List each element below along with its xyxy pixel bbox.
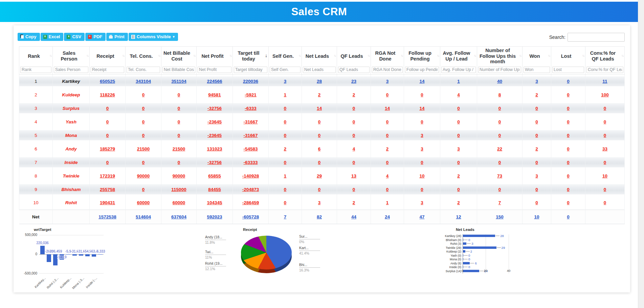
sort-icon[interactable]: ↑↓ — [368, 54, 370, 58]
cell-link[interactable]: 0 — [284, 133, 287, 138]
cell-link[interactable]: -63333 — [243, 160, 258, 165]
cell-link[interactable]: -204873 — [242, 187, 259, 192]
cell-link[interactable]: 1 — [284, 173, 287, 179]
filter-input-net-profit[interactable] — [198, 67, 231, 73]
cell-link[interactable]: 4 — [457, 92, 460, 97]
cell-link[interactable]: 90000 — [137, 173, 150, 179]
footer-link[interactable]: 12 — [456, 214, 461, 219]
cell-link[interactable]: -286459 — [242, 200, 259, 205]
cell-link[interactable]: 60000 — [173, 200, 185, 205]
cell-link[interactable]: 0 — [318, 119, 321, 124]
print-button[interactable]: Print — [106, 33, 128, 41]
cell-link[interactable]: 3 — [457, 146, 460, 151]
scrollbar[interactable] — [638, 0, 644, 308]
cell-link[interactable]: 4 — [353, 146, 355, 151]
filter-input-tel-cons[interactable] — [127, 67, 160, 73]
cell-link[interactable]: 0 — [421, 187, 423, 192]
cell-link[interactable]: 0 — [567, 92, 570, 97]
cell-link[interactable]: 650525 — [100, 79, 115, 84]
footer-link[interactable]: 637604 — [171, 214, 186, 219]
cell-link[interactable]: 0 — [567, 79, 570, 84]
cell-link[interactable]: 0 — [604, 187, 606, 192]
cell-link[interactable]: 1 — [386, 200, 389, 205]
cell-link[interactable]: 0 — [421, 119, 423, 124]
cell-link[interactable]: 0 — [353, 160, 355, 165]
cell-link[interactable]: 14 — [419, 106, 424, 111]
cell-link[interactable]: 172319 — [100, 173, 115, 179]
cell-link[interactable]: 0 — [142, 106, 145, 111]
footer-link[interactable]: 10 — [534, 214, 539, 219]
cell-link[interactable]: 2 — [535, 146, 538, 151]
cell-link[interactable]: 0 — [106, 133, 109, 138]
cell-link[interactable]: -31667 — [243, 119, 258, 124]
cell-link[interactable]: 94581 — [208, 92, 221, 97]
cell-link[interactable]: 2 — [284, 146, 287, 151]
footer-link[interactable]: 47 — [419, 214, 424, 219]
cell-link[interactable]: 0 — [567, 119, 570, 124]
cell-link[interactable]: 60000 — [137, 200, 150, 205]
cell-link[interactable]: 2 — [457, 200, 460, 205]
sort-icon[interactable]: ↑↓ — [401, 54, 403, 58]
sort-icon[interactable]: ↑↓ — [582, 54, 584, 58]
sort-icon[interactable]: ↑↓ — [298, 54, 301, 58]
sort-icon[interactable]: ↑↓ — [621, 54, 623, 58]
filter-input-number-of-follow-ups-this-month[interactable] — [478, 67, 521, 73]
cell-link[interactable]: 0 — [178, 106, 180, 111]
cell-link[interactable]: 0 — [604, 119, 606, 124]
column-header-avg-follow-up-lead[interactable]: Avg. Follow Up / Lead↑↓ — [440, 47, 477, 66]
cell-link[interactable]: 3 — [535, 173, 538, 179]
cell-link[interactable]: 0 — [604, 106, 606, 111]
cell-link[interactable]: 0 — [318, 187, 321, 192]
column-header-target-till-today[interactable]: Target till today↓ — [233, 47, 269, 66]
cell-link[interactable]: 0 — [106, 106, 109, 111]
column-header-net-leads[interactable]: Net Leads↑↓ — [302, 47, 337, 66]
cell-link[interactable]: -54583 — [243, 146, 258, 151]
column-header-rga-not-done[interactable]: RGA Not Done↑↓ — [371, 47, 404, 66]
cell-link[interactable]: -31667 — [243, 133, 258, 138]
cell-link[interactable]: 0 — [386, 133, 389, 138]
filter-input-conv-for-qf-leads[interactable] — [586, 67, 623, 73]
cell-link[interactable]: 0 — [498, 160, 501, 165]
cell-link[interactable]: 0 — [567, 146, 570, 151]
cell-link[interactable]: 0 — [106, 119, 109, 124]
cell-link[interactable]: -23645 — [207, 133, 222, 138]
cell-link[interactable]: 115000 — [171, 187, 186, 192]
cell-link[interactable]: -6333 — [245, 106, 257, 111]
cell-link[interactable]: 0 — [535, 200, 538, 205]
cell-link[interactable]: 0 — [567, 200, 570, 205]
cell-link[interactable]: 0 — [386, 92, 389, 97]
cell-link[interactable]: 14 — [317, 106, 322, 111]
cell-link[interactable]: 343104 — [136, 79, 151, 84]
cell-link[interactable]: 0 — [353, 119, 355, 124]
cell-link[interactable]: 0 — [498, 187, 501, 192]
column-header-qf-leads[interactable]: QF Leads↑↓ — [337, 47, 371, 66]
column-header-tel-cons[interactable]: Tel. Cons.↑↓ — [126, 47, 161, 66]
cell-link[interactable]: 0 — [178, 92, 180, 97]
cell-link[interactable]: 0 — [421, 160, 423, 165]
footer-link[interactable]: -605728 — [242, 214, 259, 219]
cell-link[interactable]: 21500 — [173, 146, 185, 151]
filter-input-self-gen[interactable] — [270, 67, 301, 73]
cell-link[interactable]: 2 — [535, 92, 538, 97]
cell-link[interactable]: 0 — [178, 160, 180, 165]
column-header-rank[interactable]: Rank↑↓ — [19, 47, 53, 66]
column-header-conv-for-qf-leads[interactable]: Conv.% for QF Leads↑↓ — [585, 47, 625, 66]
cell-link[interactable]: 73 — [497, 173, 502, 179]
cell-link[interactable]: 84455 — [208, 187, 221, 192]
column-header-won[interactable]: Won↑↓ — [523, 47, 551, 66]
cell-link[interactable]: 2 — [353, 92, 355, 97]
footer-link[interactable]: 44 — [351, 214, 356, 219]
column-header-net-billable-cost[interactable]: Net Billable Cost↑↓ — [161, 47, 197, 66]
cell-link[interactable]: 22 — [497, 146, 502, 151]
cell-link[interactable]: 3 — [421, 146, 423, 151]
column-header-receipt[interactable]: Receipt↑↓ — [90, 47, 126, 66]
cell-link[interactable]: -23645 — [207, 119, 222, 124]
sort-icon[interactable]: ↑↓ — [86, 54, 88, 58]
cell-link[interactable]: 0 — [142, 187, 145, 192]
cell-link[interactable]: 0 — [421, 92, 423, 97]
filter-input-sales-person[interactable] — [54, 67, 88, 73]
cell-link[interactable]: 0 — [318, 133, 321, 138]
cell-link[interactable]: 220036 — [243, 79, 258, 84]
cell-link[interactable]: 2 — [318, 92, 321, 97]
cell-link[interactable]: 0 — [567, 160, 570, 165]
